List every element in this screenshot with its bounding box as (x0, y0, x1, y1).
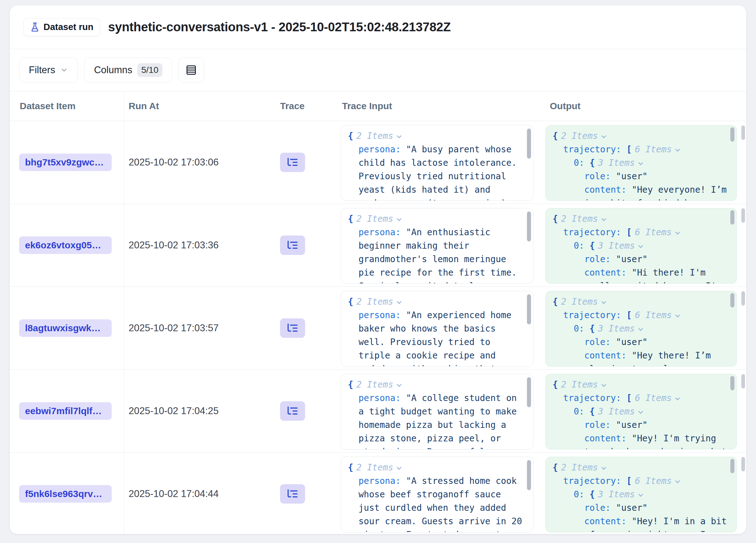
dataset-run-badge-label: Dataset run (43, 22, 94, 32)
collapse-chevron-icon[interactable] (638, 161, 643, 166)
dataset-run-card: Dataset run synthetic-conversations-v1 -… (9, 5, 747, 534)
dataset-run-badge[interactable]: Dataset run (23, 18, 100, 36)
collapse-chevron-icon[interactable] (601, 299, 606, 304)
collapse-chevron-icon[interactable] (397, 382, 402, 387)
filters-button[interactable]: Filters (19, 58, 78, 83)
scrollbar-thumb[interactable] (730, 210, 734, 225)
json-root-line: {2 Items (553, 212, 727, 226)
run-at-cell: 2025-10-02 17:03:36 (124, 204, 268, 286)
role-key: role: (584, 171, 616, 182)
collapse-chevron-icon[interactable] (397, 465, 402, 470)
json-root-line: {2 Items (348, 295, 524, 308)
open-brace: { (590, 323, 595, 334)
json-index-line: 0: {3 Items (553, 405, 727, 418)
trace-input-json[interactable]: {2 Items persona: "A busy parent whose c… (341, 125, 534, 201)
role-key: role: (584, 337, 616, 347)
json-trajectory-line: trajectory: [6 Items (553, 226, 727, 239)
collapse-chevron-icon[interactable] (397, 217, 402, 222)
json-root-line: {2 Items (348, 129, 524, 143)
trace-button[interactable] (280, 484, 305, 504)
scrollbar-thumb[interactable] (730, 293, 734, 307)
filters-label: Filters (29, 64, 55, 76)
role-value: "user" (616, 337, 647, 347)
table-header: Dataset Item Run At Trace Trace Input Ou… (10, 91, 746, 121)
scrollbar-thumb[interactable] (741, 208, 745, 223)
json-persona-line: persona: "An enthusiastic beginner makin… (348, 226, 524, 284)
collapse-chevron-icon[interactable] (601, 134, 606, 139)
collapse-chevron-icon[interactable] (638, 243, 643, 249)
trace-input-cell: {2 Items persona: "A busy parent whose c… (328, 121, 541, 204)
output-json[interactable]: {2 Items trajectory: [6 Items 0: {3 Item… (545, 208, 737, 284)
table-row: l8agtuwxisgwk45… 2025-10-02 17:03:57 {2 … (10, 287, 746, 370)
dataset-item-badge[interactable]: f5nk6lse963qrvn… (19, 485, 112, 503)
trace-button[interactable] (280, 153, 305, 172)
json-content-line: content: "Hi there! I'm really excited b… (553, 266, 727, 284)
output-json[interactable]: {2 Items trajectory: [6 Items 0: {3 Item… (545, 457, 737, 532)
content-key: content: (584, 516, 632, 526)
dataset-item-badge[interactable]: eebwi7mfil7lqlf7r… (19, 402, 112, 420)
trajectory-key: trajectory: (563, 144, 626, 155)
scrollbar-thumb[interactable] (741, 374, 745, 388)
index-key: 0: (574, 323, 590, 334)
trace-button[interactable] (280, 401, 305, 421)
dataset-item-badge[interactable]: l8agtuwxisgwk45… (19, 319, 112, 337)
columns-button[interactable]: Columns 5/10 (84, 58, 172, 83)
scrollbar-thumb[interactable] (527, 212, 531, 242)
row-height-button[interactable] (178, 58, 204, 83)
collapse-chevron-icon[interactable] (675, 230, 680, 235)
collapse-chevron-icon[interactable] (638, 492, 643, 497)
scrollbar-thumb[interactable] (730, 459, 734, 473)
json-trajectory-line: trajectory: [6 Items (553, 474, 727, 488)
table-body: bhg7t5xv9zgwcel… 2025-10-02 17:03:06 {2 … (10, 121, 746, 534)
collapse-chevron-icon[interactable] (675, 147, 680, 152)
scrollbar-thumb[interactable] (741, 457, 745, 471)
collapse-chevron-icon[interactable] (397, 134, 402, 139)
dataset-item-badge[interactable]: ek6oz6vtoxg055b… (19, 237, 112, 254)
dataset-item-cell: ek6oz6vtoxg055b… (10, 204, 124, 286)
trajectory-key: trajectory: (563, 476, 626, 486)
scrollbar-thumb[interactable] (730, 127, 734, 142)
trace-input-json[interactable]: {2 Items persona: "An experienced home b… (341, 291, 534, 366)
json-root-line: {2 Items (348, 378, 524, 391)
json-persona-line: persona: "An experienced home baker who … (348, 308, 524, 366)
role-value: "user" (616, 503, 647, 513)
scrollbar-thumb[interactable] (527, 129, 531, 159)
role-value: "user" (616, 171, 647, 182)
collapse-chevron-icon[interactable] (675, 479, 680, 484)
trace-button[interactable] (280, 318, 305, 338)
trace-cell (268, 453, 328, 534)
scrollbar-thumb[interactable] (741, 126, 745, 140)
scrollbar-thumb[interactable] (730, 376, 734, 390)
collapse-chevron-icon[interactable] (675, 313, 680, 318)
role-key: role: (584, 420, 616, 430)
output-json[interactable]: {2 Items trajectory: [6 Items 0: {3 Item… (545, 125, 737, 201)
scrollbar-thumb[interactable] (527, 294, 531, 324)
dataset-item-badge[interactable]: bhg7t5xv9zgwcel… (19, 154, 112, 171)
column-header-run-at: Run At (124, 101, 268, 111)
collapse-chevron-icon[interactable] (601, 382, 606, 387)
collapse-chevron-icon[interactable] (601, 217, 606, 222)
list-tree-icon (287, 488, 299, 500)
trace-input-json[interactable]: {2 Items persona: "An enthusiastic begin… (341, 208, 534, 284)
collapse-chevron-icon[interactable] (397, 299, 402, 304)
trace-button[interactable] (280, 236, 305, 255)
output-json[interactable]: {2 Items trajectory: [6 Items 0: {3 Item… (545, 374, 737, 449)
open-brace: { (590, 489, 595, 499)
scrollbar-thumb[interactable] (741, 291, 745, 305)
json-root-line: {2 Items (348, 461, 524, 474)
trace-input-json[interactable]: {2 Items persona: "A stressed home cook … (341, 457, 534, 532)
output-cell: {2 Items trajectory: [6 Items 0: {3 Item… (541, 204, 746, 286)
scrollbar-thumb[interactable] (527, 377, 531, 407)
list-tree-icon (287, 156, 299, 168)
scrollbar-thumb[interactable] (527, 460, 531, 490)
output-json[interactable]: {2 Items trajectory: [6 Items 0: {3 Item… (545, 291, 737, 366)
collapse-chevron-icon[interactable] (675, 396, 680, 401)
json-root-line: {2 Items (553, 295, 727, 308)
collapse-chevron-icon[interactable] (638, 326, 643, 331)
list-tree-icon (287, 322, 299, 334)
json-persona-line: persona: "A college student on a tight b… (348, 391, 524, 449)
output-cell: {2 Items trajectory: [6 Items 0: {3 Item… (541, 370, 746, 452)
collapse-chevron-icon[interactable] (638, 409, 643, 414)
collapse-chevron-icon[interactable] (601, 465, 606, 470)
trace-input-json[interactable]: {2 Items persona: "A college student on … (341, 374, 534, 449)
